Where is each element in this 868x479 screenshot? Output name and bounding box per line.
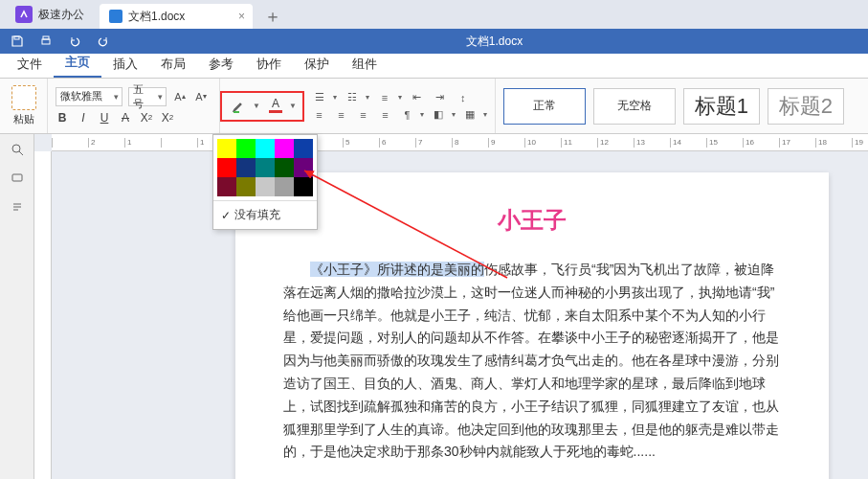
swatch[interactable] — [236, 158, 256, 177]
swatch[interactable] — [256, 139, 275, 158]
subscript-button[interactable]: X2 — [161, 110, 174, 125]
svg-rect-3 — [234, 111, 239, 113]
strike-button[interactable]: A — [119, 110, 132, 125]
quick-access-toolbar — [0, 34, 121, 49]
line-spacing-button[interactable]: ↕ — [456, 91, 471, 104]
swatch[interactable] — [275, 158, 294, 177]
style-heading2[interactable]: 标题2 — [768, 88, 844, 125]
paste-icon[interactable] — [11, 85, 36, 110]
increase-font-icon[interactable]: A▴ — [172, 89, 188, 104]
menu-插入[interactable]: 插入 — [101, 51, 149, 78]
ribbon: 粘贴 微软雅黑 五号 A▴ A▾ B I U A X2 X2 ▼ A ▼ ☰▾ — [0, 79, 868, 134]
doc-icon — [109, 10, 122, 23]
new-tab-button[interactable]: ＋ — [264, 4, 281, 29]
canvas[interactable]: 21 1234567891011121314151617181920 小王子 《… — [34, 134, 868, 479]
ruler-tick: 18 — [815, 138, 852, 148]
swatch[interactable] — [275, 177, 294, 196]
app-logo-icon — [15, 6, 33, 23]
swatch[interactable] — [294, 139, 313, 158]
swatch[interactable] — [294, 158, 313, 177]
swatch[interactable] — [275, 139, 294, 158]
bold-button[interactable]: B — [56, 110, 69, 125]
menu-主页[interactable]: 主页 — [54, 49, 101, 78]
swatch[interactable] — [236, 177, 256, 196]
shading-button[interactable]: ◧ — [432, 108, 446, 122]
svg-rect-0 — [14, 36, 19, 39]
save-icon[interactable] — [10, 34, 25, 49]
align-right-button[interactable]: ≡ — [356, 108, 370, 122]
decrease-indent-button[interactable]: ⇤ — [410, 91, 425, 104]
decrease-font-icon[interactable]: A▾ — [193, 89, 209, 104]
workspace: 21 1234567891011121314151617181920 小王子 《… — [0, 134, 868, 479]
menu-文件[interactable]: 文件 — [6, 51, 54, 78]
search-icon[interactable] — [8, 140, 27, 159]
swatch[interactable] — [236, 139, 256, 158]
superscript-button[interactable]: X2 — [140, 110, 153, 125]
font-size-select[interactable]: 五号 — [128, 87, 167, 106]
svg-rect-2 — [43, 36, 49, 39]
left-rail — [0, 134, 34, 479]
align-center-button[interactable]: ≡ — [334, 108, 348, 122]
show-marks-button[interactable]: ¶ — [400, 108, 414, 122]
menu-布局[interactable]: 布局 — [149, 51, 197, 78]
menu-保护[interactable]: 保护 — [293, 51, 341, 78]
ruler-tick: 10 — [524, 138, 561, 148]
ruler-tick: 8 — [452, 138, 488, 148]
bullets-button[interactable]: ☰ — [312, 91, 327, 104]
swatch[interactable] — [256, 158, 275, 177]
italic-button[interactable]: I — [77, 110, 90, 125]
font-color-button[interactable]: A — [266, 97, 285, 116]
swatch[interactable] — [217, 177, 236, 196]
paragraph-group: ☰▾ ☷▾ ≡▾ ⇤ ⇥ ↕ ≡ ≡ ≡ ≡ ¶▾ ◧▾ ▦▾ — [304, 79, 496, 133]
multilevel-button[interactable]: ≡ — [377, 91, 392, 104]
font-name-select[interactable]: 微软雅黑 — [56, 87, 122, 106]
app-name: 极速办公 — [38, 7, 84, 23]
ruler-tick — [52, 138, 88, 148]
style-nospace[interactable]: 无空格 — [593, 88, 676, 125]
ruler-tick: 13 — [634, 138, 670, 148]
horizontal-ruler[interactable]: 21 1234567891011121314151617181920 — [52, 134, 868, 151]
increase-indent-button[interactable]: ⇥ — [433, 91, 448, 104]
headings-icon[interactable] — [8, 197, 27, 217]
paste-label: 粘贴 — [13, 112, 34, 126]
swatch[interactable] — [294, 177, 313, 196]
ruler-tick: 19 — [852, 138, 868, 148]
no-fill-option[interactable]: ✓ 没有填充 — [213, 200, 317, 229]
document-tab[interactable]: 文档1.docx × — [100, 4, 253, 29]
menu-参考[interactable]: 参考 — [197, 51, 245, 78]
ruler-tick: 6 — [379, 138, 415, 148]
swatch[interactable] — [217, 139, 236, 158]
app-brand: 极速办公 — [6, 0, 94, 29]
body-rest: 伤感故事，飞行员“我”因为飞机出了故障，被迫降落在远离人烟的撒哈拉沙漠上，这时一… — [283, 262, 779, 459]
style-normal[interactable]: 正常 — [503, 88, 586, 125]
borders-button[interactable]: ▦ — [463, 108, 478, 122]
vertical-ruler[interactable] — [34, 151, 52, 479]
window-tabs: 极速办公 文档1.docx × ＋ — [0, 0, 868, 29]
justify-button[interactable]: ≡ — [378, 108, 392, 122]
swatch[interactable] — [217, 158, 236, 177]
highlight-color-popover: ✓ 没有填充 — [212, 134, 318, 230]
redo-icon[interactable] — [96, 34, 111, 49]
paste-group: 粘贴 — [0, 79, 48, 133]
font-color-dropdown-icon[interactable]: ▼ — [289, 102, 297, 110]
style-heading1[interactable]: 标题1 — [683, 88, 760, 125]
swatch[interactable] — [256, 177, 275, 196]
align-left-button[interactable]: ≡ — [312, 108, 326, 122]
comments-icon[interactable] — [8, 169, 27, 188]
highlight-dropdown-icon[interactable]: ▼ — [253, 102, 260, 110]
close-icon[interactable]: × — [238, 10, 245, 23]
underline-button[interactable]: U — [98, 110, 111, 125]
ruler-tick: 1 — [124, 138, 161, 148]
svg-rect-1 — [42, 39, 50, 44]
font-color-bar-icon — [269, 110, 282, 113]
ruler-tick: 9 — [488, 138, 524, 148]
menu-组件[interactable]: 组件 — [341, 51, 389, 78]
ruler-tick: 11 — [561, 138, 597, 148]
menu-协作[interactable]: 协作 — [245, 51, 293, 78]
print-icon[interactable] — [38, 34, 54, 49]
undo-icon[interactable] — [67, 34, 82, 49]
numbering-button[interactable]: ☷ — [345, 91, 360, 104]
styles-group: 正常 无空格 标题1 标题2 — [496, 88, 852, 125]
selected-text: 《小王子》所讲述的是美丽的 — [310, 262, 484, 277]
highlight-button[interactable] — [228, 97, 249, 116]
